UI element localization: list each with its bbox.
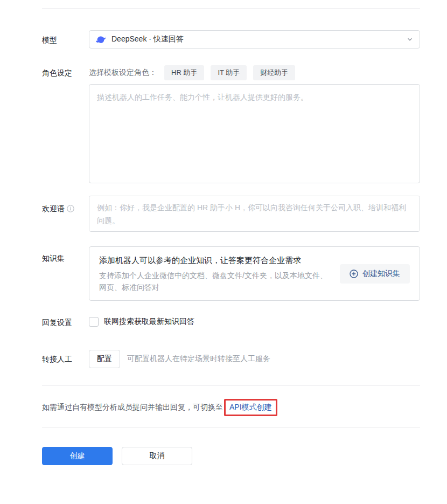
deepseek-logo-icon [96,36,107,44]
role-label-text: 角色设定 [42,67,72,78]
welcome-label: 欢迎语 [42,196,89,214]
knowledge-row: 知识集 添加机器人可以参考的企业知识，让答案更符合企业需求 支持添加个人企业微信… [42,246,420,301]
model-label: 模型 [42,30,89,45]
knowledge-subtitle: 支持添加个人企业微信中的文档、微盘文件/文件夹，以及本地文件、网页、标准问答对 [99,270,330,293]
web-search-checkbox-label: 联网搜索获取最新知识回答 [104,317,194,327]
knowledge-label-text: 知识集 [42,253,65,264]
cancel-button[interactable]: 取消 [122,447,192,465]
model-label-text: 模型 [42,34,57,45]
handoff-label: 转接人工 [42,350,89,364]
model-select-value: DeepSeek · 快速回答 [111,34,407,44]
welcome-row: 欢迎语 [42,196,420,232]
info-icon[interactable] [67,205,74,212]
reply-settings-label: 回复设置 [42,317,89,328]
handoff-description: 可配置机器人在特定场景时转接至人工服务 [127,354,270,364]
role-label: 角色设定 [42,65,89,78]
knowledge-label: 知识集 [42,246,89,264]
role-description-textarea[interactable] [89,84,420,183]
create-knowledge-set-button[interactable]: 创建知识集 [340,264,410,284]
web-search-checkbox[interactable] [89,317,99,327]
api-note: 如需通过自有模型分析成员提问并输出回复，可切换至 API模式创建 [42,399,420,416]
reply-settings-label-text: 回复设置 [42,317,72,328]
plus-circle-icon [350,270,358,278]
handoff-config-button[interactable]: 配置 [89,350,120,368]
template-tag-hr[interactable]: HR 助手 [164,65,204,80]
model-row: 模型 DeepSeek · 快速回答 [42,30,420,49]
role-template-hint: 选择模板设定角色： [89,68,157,78]
knowledge-box: 添加机器人可以参考的企业知识，让答案更符合企业需求 支持添加个人企业微信中的文档… [89,246,420,301]
divider-below-api-note [42,427,420,428]
handoff-label-text: 转接人工 [42,354,72,364]
role-template-line: 选择模板设定角色： HR 助手 IT 助手 财经助手 [89,65,420,80]
top-divider [42,8,420,9]
knowledge-title: 添加机器人可以参考的企业知识，让答案更符合企业需求 [99,254,330,266]
api-note-text: 如需通过自有模型分析成员提问并输出回复，可切换至 [42,403,223,412]
role-row: 角色设定 选择模板设定角色： HR 助手 IT 助手 财经助手 [42,65,420,183]
welcome-message-textarea[interactable] [89,196,420,232]
model-select[interactable]: DeepSeek · 快速回答 [89,30,420,49]
chevron-down-icon [407,36,413,43]
welcome-label-text: 欢迎语 [42,203,65,214]
create-bot-form-page: 模型 DeepSeek · 快速回答 角色设 [0,0,447,504]
handoff-row: 转接人工 配置 可配置机器人在特定场景时转接至人工服务 [42,350,420,368]
create-button[interactable]: 创建 [42,447,113,465]
red-annotation-box: API模式创建 [224,399,277,416]
api-mode-create-link[interactable]: API模式创建 [229,403,272,412]
reply-settings-row: 回复设置 联网搜索获取最新知识回答 [42,317,420,328]
form-actions: 创建 取消 [42,447,420,465]
template-tag-finance[interactable]: 财经助手 [253,65,295,80]
divider-above-api-note [42,385,420,386]
template-tag-it[interactable]: IT 助手 [211,65,247,80]
create-knowledge-set-label: 创建知识集 [362,269,400,279]
